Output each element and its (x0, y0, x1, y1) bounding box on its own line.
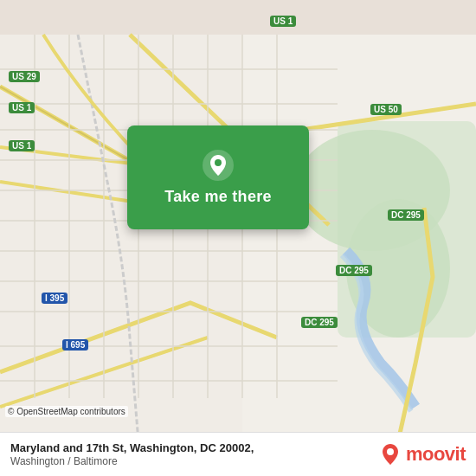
moovit-logo-icon (378, 442, 402, 466)
badge-i395: I 395 (42, 293, 68, 304)
badge-us1-top: US 1 (270, 16, 296, 27)
moovit-logo: moovit (378, 442, 466, 466)
svg-point-26 (387, 448, 394, 455)
moovit-text: moovit (406, 443, 466, 466)
badge-dc295-3: DC 295 (301, 317, 338, 328)
badge-us29: US 29 (9, 71, 40, 82)
map-container: US 1 US 29 US 1 US 1 US 50 I 395 I 695 D… (0, 0, 476, 476)
take-me-there-label: Take me there (164, 188, 272, 206)
location-pin-icon (203, 150, 234, 181)
map-background (0, 0, 476, 476)
address-block: Maryland and 17th St, Washington, DC 200… (10, 441, 254, 467)
badge-i695: I 695 (62, 339, 88, 351)
badge-us1-left1: US 1 (9, 102, 35, 113)
take-me-there-button[interactable]: Take me there (127, 125, 309, 229)
city-line: Washington / Baltimore (10, 455, 254, 467)
badge-dc295-2: DC 295 (336, 265, 372, 276)
address-line: Maryland and 17th St, Washington, DC 200… (10, 441, 254, 454)
svg-point-25 (215, 159, 222, 166)
badge-us1-left2: US 1 (9, 140, 35, 151)
bottom-bar: Maryland and 17th St, Washington, DC 200… (0, 432, 476, 476)
badge-dc295-1: DC 295 (388, 209, 424, 221)
osm-attribution: © OpenStreetMap contributors (5, 406, 128, 417)
badge-us50: US 50 (370, 104, 402, 115)
